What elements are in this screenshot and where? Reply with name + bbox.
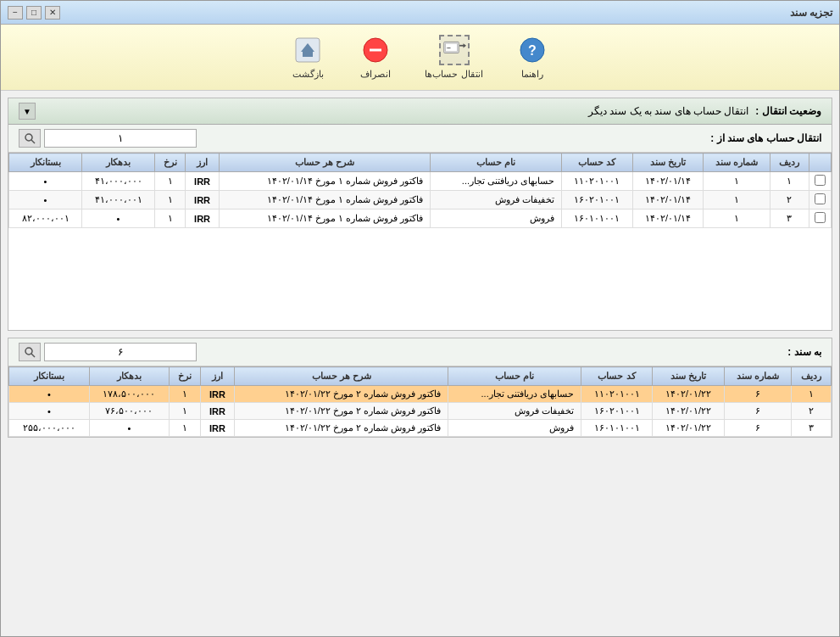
svg-marker-8 xyxy=(463,43,466,47)
cancel-icon xyxy=(360,35,391,65)
credit-b: ۲۵۵،۰۰۰،۰۰۰ xyxy=(9,420,90,437)
doc-num-b: ۶ xyxy=(724,386,792,403)
main-content: وضعیت انتقال : انتقال حساب های سند به یک… xyxy=(1,91,839,636)
transfer-status-text: انتقال حساب های سند به یک سند دیگر xyxy=(588,105,748,117)
col-row-b: ردیف xyxy=(792,367,832,386)
table-row[interactable]: ۱ ۶ ۱۴۰۲/۰۱/۲۲ ۱۱۰۲۰۱۰۰۱ حسابهای دریافتن… xyxy=(9,386,832,403)
col-doc-num: شماره سند xyxy=(704,154,770,172)
credit: ۸۲،۰۰۰،۰۰۱ xyxy=(9,210,82,228)
maximize-button[interactable]: □ xyxy=(26,6,42,20)
row-checkbox[interactable] xyxy=(815,212,826,223)
currency-b: IRR xyxy=(200,386,234,403)
toolbar: بازگشت انصراف ▪▪▪ xyxy=(1,25,839,91)
currency-b: IRR xyxy=(200,420,234,437)
col-debit-b: بدهکار xyxy=(89,367,170,386)
title-bar: تجزیه سند − □ ✕ xyxy=(1,1,839,25)
back-button[interactable]: بازگشت xyxy=(282,31,333,83)
doc-num: ۱ xyxy=(704,191,770,210)
account-name: فروش xyxy=(431,210,562,228)
credit: • xyxy=(9,191,82,210)
help-icon: ? xyxy=(517,35,548,65)
top-section: وضعیت انتقال : انتقال حساب های سند به یک… xyxy=(8,98,832,331)
svg-point-14 xyxy=(25,348,32,355)
rate-b: ۱ xyxy=(170,403,201,420)
col-credit: بستانکار xyxy=(9,154,82,172)
row-checkbox-cell[interactable] xyxy=(809,172,832,191)
transfer-label: انتقال حساب‌ها xyxy=(425,69,482,80)
row-num-b: ۲ xyxy=(792,403,832,420)
col-checkbox xyxy=(809,154,832,172)
doc-date: ۱۴۰۲/۰۱/۱۴ xyxy=(632,172,704,191)
account-name: حسابهای دریافتنی تجار... xyxy=(431,172,562,191)
credit: • xyxy=(9,172,82,191)
bottom-table-container: ردیف شماره سند تاریخ سند کد حساب نام حسا… xyxy=(8,366,832,437)
help-button[interactable]: ? راهنما xyxy=(507,31,558,83)
top-table: ردیف شماره سند تاریخ سند کد حساب نام حسا… xyxy=(8,153,832,228)
svg-line-15 xyxy=(31,354,35,357)
svg-line-13 xyxy=(31,140,35,143)
row-desc: فاکتور فروش شماره ۱ مورخ ۱۴۰۲/۰۱/۱۴ xyxy=(219,210,430,228)
credit-b: • xyxy=(9,403,90,420)
row-num: ۱ xyxy=(770,172,809,191)
doc-date: ۱۴۰۲/۰۱/۱۴ xyxy=(632,210,704,228)
table-row[interactable]: ۱ ۱ ۱۴۰۲/۰۱/۱۴ ۱۱۰۲۰۱۰۰۱ حسابهای دریافتن… xyxy=(9,172,832,191)
col-doc-date-b: تاریخ سند xyxy=(653,367,725,386)
row-checkbox-cell[interactable] xyxy=(809,210,832,228)
rate: ۱ xyxy=(155,191,186,210)
close-button[interactable]: ✕ xyxy=(45,6,60,20)
currency: IRR xyxy=(186,210,220,228)
doc-num: ۱ xyxy=(704,210,770,228)
col-desc-b: شرح هر حساب xyxy=(235,367,448,386)
rate-b: ۱ xyxy=(170,420,201,437)
col-desc: شرح هر حساب xyxy=(219,154,430,172)
debit: ۴۱،۰۰۰،۰۰۱ xyxy=(82,191,155,210)
dropdown-arrow[interactable]: ▼ xyxy=(19,103,36,120)
top-table-container: ردیف شماره سند تاریخ سند کد حساب نام حسا… xyxy=(8,153,832,228)
col-account-code: کد حساب xyxy=(562,154,633,172)
table-row[interactable]: ۲ ۶ ۱۴۰۲/۰۱/۲۲ ۱۶۰۲۰۱۰۰۱ تخفیفات فروش فا… xyxy=(9,403,832,420)
debit: • xyxy=(82,210,155,228)
col-debit: بدهکار xyxy=(82,154,155,172)
col-account-name: نام حساب xyxy=(431,154,562,172)
transfer-icon: ▪▪▪ xyxy=(439,35,470,65)
top-search-input[interactable] xyxy=(44,129,197,148)
row-desc: فاکتور فروش شماره ۱ مورخ ۱۴۰۲/۰۱/۱۴ xyxy=(219,172,430,191)
col-currency: ارز xyxy=(186,154,220,172)
account-name-b: فروش xyxy=(448,420,581,437)
doc-num-b: ۶ xyxy=(724,420,792,437)
account-code: ۱۱۰۲۰۱۰۰۱ xyxy=(562,172,633,191)
bottom-search-button[interactable] xyxy=(19,343,41,361)
col-doc-num-b: شماره سند xyxy=(724,367,792,386)
rate-b: ۱ xyxy=(170,386,201,403)
table-row[interactable]: ۳ ۶ ۱۴۰۲/۰۱/۲۲ ۱۶۰۱۰۱۰۰۱ فروش فاکتور فرو… xyxy=(9,420,832,437)
row-num: ۲ xyxy=(770,191,809,210)
doc-num: ۱ xyxy=(704,172,770,191)
debit-b: ۷۶،۵۰۰،۰۰۰ xyxy=(89,403,170,420)
table-row[interactable]: ۲ ۱ ۱۴۰۲/۰۱/۱۴ ۱۶۰۲۰۱۰۰۱ تخفیفات فروش فا… xyxy=(9,191,832,210)
account-code-b: ۱۶۰۱۰۱۰۰۱ xyxy=(581,420,652,437)
table-row[interactable]: ۳ ۱ ۱۴۰۲/۰۱/۱۴ ۱۶۰۱۰۱۰۰۱ فروش فاکتور فرو… xyxy=(9,210,832,228)
transfer-button[interactable]: ▪▪▪ انتقال حساب‌ها xyxy=(418,31,489,83)
currency-b: IRR xyxy=(200,403,234,420)
row-checkbox-cell[interactable] xyxy=(809,191,832,210)
cancel-button[interactable]: انصراف xyxy=(350,31,401,83)
back-icon xyxy=(292,35,323,65)
row-checkbox[interactable] xyxy=(815,193,826,204)
col-account-code-b: کد حساب xyxy=(581,367,652,386)
to-label: به سند : xyxy=(787,346,821,358)
bottom-search-input[interactable] xyxy=(44,343,197,361)
account-code: ۱۶۰۱۰۱۰۰۱ xyxy=(562,210,633,228)
svg-text:▪▪▪: ▪▪▪ xyxy=(447,46,451,50)
row-num-b: ۳ xyxy=(792,420,832,437)
row-checkbox[interactable] xyxy=(815,175,826,186)
col-account-name-b: نام حساب xyxy=(448,367,581,386)
top-search-button[interactable] xyxy=(19,129,41,148)
account-code: ۱۶۰۲۰۱۰۰۱ xyxy=(562,191,633,210)
row-desc: فاکتور فروش شماره ۱ مورخ ۱۴۰۲/۰۱/۱۴ xyxy=(219,191,430,210)
debit-b: ۱۷۸،۵۰۰،۰۰۰ xyxy=(89,386,170,403)
svg-rect-2 xyxy=(303,52,313,57)
help-label: راهنما xyxy=(521,69,543,80)
from-label: انتقال حساب های سند از : xyxy=(710,132,821,144)
currency: IRR xyxy=(186,191,220,210)
minimize-button[interactable]: − xyxy=(8,6,23,20)
